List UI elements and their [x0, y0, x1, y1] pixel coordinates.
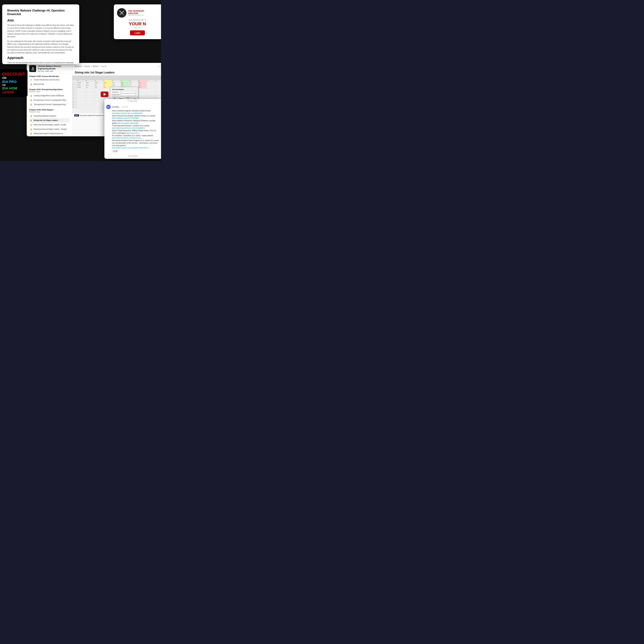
lesson-reversing-icedid[interactable]: 🔒 Reversing Second Stage Loaders - IcedI…	[29, 122, 70, 127]
lesson-discord[interactable]: 🔔 Discord Invite	[29, 82, 70, 86]
lesson-crypto-1-label: Recognizing Common Cryptographic Algo...	[34, 99, 67, 101]
chat-reaction-1[interactable]: 🔥 10	[112, 150, 118, 153]
lesson-intro-label: Course Introduction and Structure	[34, 79, 60, 81]
blog-aim-para2: So, the challenge for this week: We rece…	[7, 40, 74, 54]
cert-logo-area: ⚔️ THE ADVANCED ANALYSIS CERTIFICATION O…	[117, 8, 158, 18]
course-thumbnail: 🔬	[29, 65, 36, 72]
discount-card: DISCOUNT ON IDA PRO OR IDA HOM LICENS	[0, 69, 28, 97]
course-lesson-title: Diving into 1st Stage Loaders	[72, 69, 161, 75]
chat-link-1[interactable]: https://jobs.smartrecruiters.com/Mandian…	[112, 112, 144, 114]
lesson-diving-label: Diving into 1st Stage Loaders	[34, 119, 58, 121]
replace-label: Replace with:	[112, 94, 120, 95]
chat-line-5: Senior Threat Researcher, VMRay (Global …	[112, 129, 159, 134]
dialog-find-row: Find what:	[112, 91, 136, 93]
lock-icon: 🔒	[30, 119, 32, 122]
lesson-config-extractor[interactable]: 🔒 Writing Automated Config Extractors a.…	[29, 131, 70, 136]
chapter-0x01-title: Chapter 0×01: Recognising Algorithms	[29, 89, 70, 90]
ss-col-d: D	[103, 80, 112, 82]
chat-link-4[interactable]: https://boards.greenhouse.io/huntress/jo…	[112, 127, 146, 129]
chapter-0x01: Chapter 0×01: Recognising Algorithms Del…	[27, 87, 72, 107]
lesson-zloader-label: Reversing Second Stage Loaders - Zloader	[34, 128, 67, 130]
chapter-0x02-subtitle: Delayed 0 days	[29, 111, 70, 113]
video-icon: ▶	[30, 78, 32, 81]
course-sidebar-header: 🔬 Ultimate Malware Reverse Engineering B…	[27, 63, 72, 74]
chat-line-3: Senior Malware Researcher, Mandiant (Phi…	[112, 119, 159, 125]
bell-icon: 🔔	[30, 83, 32, 85]
lesson-crypto-1[interactable]: 🔒 Recognizing Common Cryptographic Algo.…	[29, 98, 70, 102]
ss-row-2: 2 9F2C1 Drop DLL Inj Heap 0x1F API x64	[72, 84, 161, 86]
chat-message-1: 0v 0verfl0w_ 27/05/2022 Senior Detection…	[104, 103, 161, 154]
license-label: LICENS	[2, 90, 25, 94]
chapter-0x02: Chapter 0×02: Initial Stagers Delayed 0 …	[27, 107, 72, 136]
cert-line2: ANALYSIS	[128, 12, 144, 14]
login-button[interactable]: Login	[130, 30, 145, 35]
lesson-reversing-zloader[interactable]: 🔒 Reversing Second Stage Loaders - Zload…	[29, 127, 70, 131]
chat-card: 27 May 2022 0v 0verfl0w_ 27/05/2022 Seni…	[104, 99, 161, 159]
chat-link-5[interactable]: https://www.vmra...	[126, 132, 140, 134]
lesson-unpacking-label: Unpacking Malware Samples	[34, 115, 56, 117]
ss-col-i: I	[147, 80, 156, 82]
lesson-diving-1st-stage[interactable]: 🔒 Diving into 1st Stage Loaders	[29, 118, 70, 122]
lock-icon: 🔒	[30, 103, 32, 106]
chat-timestamp-1: 27/05/2022	[121, 106, 128, 108]
lock-icon: 🔒	[30, 128, 32, 130]
ss-col-g: G	[129, 80, 138, 82]
lesson-algorithms-label: Looking at Algorithms inside of Malware	[34, 94, 64, 97]
dialog-replace-row: Replace with:	[112, 94, 136, 96]
lesson-crypto-2[interactable]: 🔒 "Recognizing Common Cryptographic Alg.…	[29, 102, 70, 107]
lock-icon: 🔒	[30, 115, 32, 117]
cert-title-block: THE ADVANCED ANALYSIS CERTIFICATION OF	[128, 10, 144, 16]
discount-label: DISCOUNT	[2, 72, 25, 76]
jobs-badge: jobs	[74, 114, 79, 117]
lesson-discord-label: Discord Invite	[34, 83, 44, 85]
lesson-crypto-2-label: "Recognizing Common Cryptographic Alg...…	[34, 103, 67, 105]
dialog-title: Find and Replace	[112, 89, 136, 90]
blog-card: Biweekly Malware Challenge #4: Operation…	[2, 4, 79, 64]
breadcrumb-section[interactable]: Section	[93, 65, 98, 67]
cert-helmet-icon: ⚔️	[117, 8, 126, 18]
chat-link-7[interactable]: https://jobs.centene.com/us/en/job/13120…	[112, 147, 150, 149]
chat-avatar-1: 0v	[106, 105, 111, 109]
chat-username-1: 0verfl0w_	[112, 106, 120, 108]
cert-this-is: THIS CERTIFICATION IS	[117, 19, 158, 21]
ss-col-c: C	[94, 80, 103, 82]
chapter-0x00-title: Chapter 0×00: Course Introduction	[29, 75, 70, 77]
lock-icon: 🔒	[30, 94, 32, 97]
find-input[interactable]	[121, 91, 136, 93]
cert-card: ⚔️ THE ADVANCED ANALYSIS CERTIFICATION O…	[114, 4, 161, 39]
ss-col-f: F	[121, 80, 130, 82]
course-bundle-name: Ultimate Malware Reverse Engineering Bun…	[38, 65, 70, 70]
chapter-0x01-subtitle: Delayed 0 days	[29, 91, 70, 92]
play-button[interactable]	[101, 92, 108, 97]
course-sidebar: 🔬 Ultimate Malware Reverse Engineering B…	[27, 63, 72, 136]
ss-row-1: 1 4DA5B Malw Stage Load Exec 0x45 Call P…	[72, 82, 161, 84]
breadcrumb: Products / Course / Section / Lesson	[75, 65, 107, 67]
reaction-count: 10	[115, 150, 117, 152]
ss-toolbar	[72, 75, 161, 80]
chapter-0x02-title: Chapter 0×02: Initial Stagers	[29, 109, 70, 111]
date-divider-1: 27 May 2022	[104, 99, 161, 103]
expand-button[interactable]: ⤢	[158, 64, 161, 68]
lesson-icedid-label: Reversing Second Stage Loaders - IcedID	[34, 124, 66, 126]
chat-link-3[interactable]: https://ninjajobs.org/job/e83b...	[117, 122, 140, 124]
breadcrumb-course[interactable]: Course	[84, 65, 90, 67]
chat-message-1-header: 0v 0verfl0w_ 27/05/2022	[106, 105, 159, 109]
chat-link-2[interactable]: https://ninjajobs.org/job/7a17506d83...	[112, 117, 140, 119]
ss-col-a: A	[77, 80, 86, 82]
replace-input[interactable]	[121, 94, 136, 96]
breadcrumb-products[interactable]: Products	[75, 65, 82, 67]
chat-link-6[interactable]: https://www.trustedsec.com/about-us/ca..…	[112, 137, 142, 139]
chat-line-2: Senior Cybersecurity Analyst, NextEra En…	[112, 115, 159, 120]
lesson-intro-structure[interactable]: ▶ Course Introduction and Structure	[29, 78, 70, 82]
lock-icon: 🔒	[30, 123, 32, 126]
ida-pro-label: IDA PRO	[2, 80, 25, 84]
course-buy-links: Buy now • Learn more	[38, 70, 70, 72]
ss-row-num	[72, 80, 77, 82]
lesson-algorithms[interactable]: 🔒 Looking at Algorithms inside of Malwar…	[29, 93, 70, 98]
blog-approach-heading: Approach	[7, 56, 74, 60]
blog-title: Biweekly Malware Challenge #4: Operation…	[7, 9, 74, 16]
ss-col-e: E	[112, 80, 121, 82]
blog-approach-para: There are several possible approaches wh…	[7, 61, 74, 64]
lesson-unpacking[interactable]: 🔒 Unpacking Malware Samples	[29, 114, 70, 118]
ss-col-h: H	[138, 80, 147, 82]
